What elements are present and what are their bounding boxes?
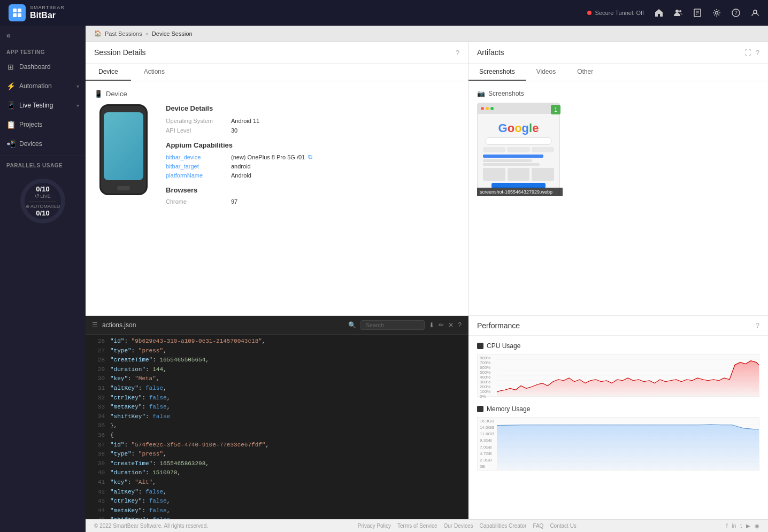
cpu-chart-svg [497,354,759,396]
cpu-chart-plot [497,354,759,396]
line-number: 38 [90,450,105,459]
session-tabs: Device Actions [86,64,468,81]
list-icon: ☰ [92,321,98,329]
tab-other[interactable]: Other [566,64,604,81]
content-area: 🏠 Past Sessions » Device Session Session… [86,26,768,532]
session-help-icon[interactable]: ? [456,49,459,57]
screenshot-filename: screenshot-1655464327929.webp [477,188,563,196]
tab-actions[interactable]: Actions [131,64,178,81]
rss-icon[interactable]: ◉ [755,523,759,529]
sidebar-item-dashboard[interactable]: ⊞ Dashboard [0,57,86,76]
memory-chart-title: Memory Usage [477,405,759,413]
line-number: 28 [90,356,105,365]
home-button[interactable] [655,9,663,17]
edit-icon[interactable]: ✏ [439,321,444,329]
artifacts-title: Artifacts [477,48,504,57]
line-number: 44 [90,506,105,516]
linkedin-icon[interactable]: in [732,523,736,529]
bitbar-device-row: bitbar_device (new) OnePlus 8 Pro 5G /01… [166,153,459,160]
actions-json-panel: ☰ actions.json 🔍 ⬇ ✏ ✕ ? 26"id": "9b629e… [86,316,469,519]
tab-screenshots[interactable]: Screenshots [469,64,526,81]
tunnel-status[interactable]: Secure Tunnel: Off [587,10,644,16]
line-number: 32 [90,394,105,403]
line-number: 30 [90,374,105,384]
line-number: 26 [90,337,105,346]
device-header-label: Device [106,90,127,98]
memory-chart-plot [497,418,759,470]
screenshot-badge: 1 [551,105,560,114]
line-content: "createTime": 1655465863298, [110,459,209,469]
line-content: "type": "press", [110,346,167,356]
twitter-icon[interactable]: t [740,523,742,529]
line-number: 42 [90,488,105,497]
top-navigation: SMARTBEAR BitBar Secure Tunnel: Off ? [0,0,768,26]
main-layout: « APP TESTING ⊞ Dashboard ⚡ Automation ▾… [0,26,768,532]
close-icon[interactable]: ✕ [448,321,454,329]
automated-gauge-value: 0/10 [36,209,49,217]
copy-icon[interactable]: ⧉ [308,153,312,160]
help-button[interactable]: ? [732,9,740,17]
copyright: © 2022 SmartBear Software. All rights re… [94,523,208,529]
users-button[interactable] [674,9,682,17]
tab-device[interactable]: Device [86,64,131,81]
footer-privacy[interactable]: Privacy Policy [358,523,391,529]
bitbar-device-value: (new) OnePlus 8 Pro 5G /01 ⧉ [231,153,312,160]
section-app-testing: APP TESTING [0,45,86,57]
cpu-chart-title: CPU Usage [477,342,759,350]
footer-devices[interactable]: Our Devices [444,523,473,529]
table-row: 27"type": "press", [86,346,468,356]
line-number: 31 [90,384,105,394]
sidebar-toggle[interactable]: « [0,26,86,45]
line-number: 40 [90,468,105,478]
line-content: "ctrlKey": false, [110,394,170,403]
youtube-icon[interactable]: ▶ [746,523,750,529]
sidebar-item-automation[interactable]: ⚡ Automation ▾ [0,76,86,96]
sidebar-item-devices[interactable]: 📲 Devices [0,134,86,153]
line-content: "key": "Meta", [110,374,159,384]
table-row: 33"metaKey": false, [86,403,468,412]
os-value: Android 11 [231,118,259,124]
session-panel-header: Session Details ? [86,42,468,64]
brand-name: SMARTBEAR [30,5,65,11]
performance-help-icon[interactable]: ? [756,322,759,329]
live-testing-icon: 📱 [6,101,15,110]
footer-faq[interactable]: FAQ [533,523,543,529]
facebook-icon[interactable]: f [726,523,728,529]
table-row: 42"altKey": false, [86,488,468,497]
invoices-button[interactable] [693,9,702,17]
api-label: API Level [166,127,225,134]
svg-text:?: ? [734,10,738,16]
browser-value: 97 [231,198,237,205]
sidebar-item-projects[interactable]: 📋 Projects [0,115,86,134]
actions-header: ☰ actions.json 🔍 ⬇ ✏ ✕ ? [86,316,468,335]
breadcrumb-past-sessions[interactable]: Past Sessions [105,30,142,37]
expand-icon[interactable]: ⛶ [744,49,751,57]
browser-label: Chrome [166,198,225,205]
download-icon[interactable]: ⬇ [429,321,434,329]
tab-videos[interactable]: Videos [526,64,566,81]
artifacts-actions: ⛶ ? [744,49,759,57]
artifacts-content: 📷 Screenshots [469,81,768,315]
footer-social: f in t ▶ ◉ [726,523,759,529]
line-content: "shiftKey": false [110,515,170,519]
account-button[interactable] [751,9,759,17]
footer-contact[interactable]: Contact Us [550,523,576,529]
help-icon[interactable]: ? [458,321,462,329]
app-icon [9,4,26,21]
screenshot-thumbnail[interactable]: Google [477,103,563,196]
line-content: "shiftKey": false [110,412,170,422]
device-details: Device Details Operating System Android … [166,104,459,207]
table-row: 30"key": "Meta", [86,374,468,384]
settings-button[interactable] [712,9,721,17]
help-icon[interactable]: ? [756,49,759,57]
line-number: 37 [90,441,105,450]
phone-screen [104,112,143,180]
table-row: 41"key": "Alt", [86,478,468,488]
search-input[interactable] [360,320,425,330]
svg-point-4 [675,10,679,13]
table-row: 43"ctrlKey": false, [86,497,468,506]
footer-terms[interactable]: Terms of Service [397,523,437,529]
sidebar-item-live-testing[interactable]: 📱 Live Testing ▾ [0,96,86,115]
footer-capabilities[interactable]: Capabilities Creator [480,523,527,529]
table-row: 36{ [86,431,468,441]
